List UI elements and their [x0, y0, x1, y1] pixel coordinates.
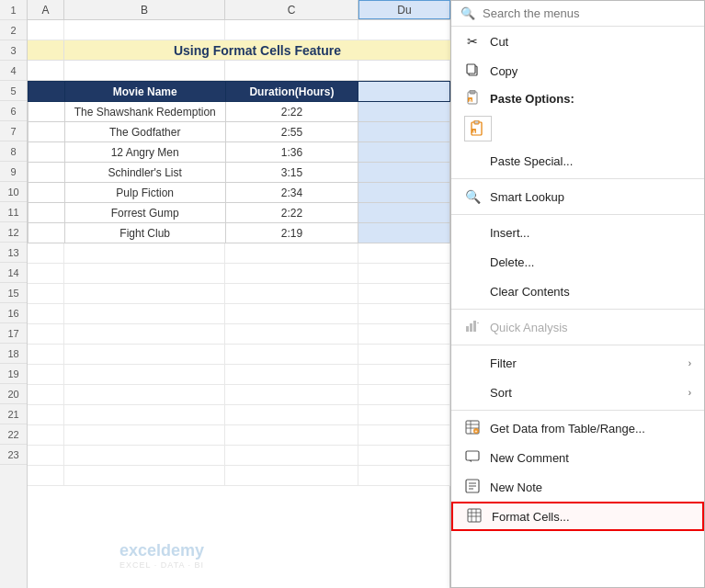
- td-rownum: [28, 183, 65, 203]
- td-duration: 2:34: [225, 183, 358, 203]
- row-num-16: 16: [0, 303, 27, 323]
- blank-row: [28, 284, 450, 304]
- td-rownum: [28, 163, 65, 183]
- td-d: [358, 223, 450, 243]
- td-d: [358, 183, 450, 203]
- blank-row: [28, 345, 450, 365]
- menu-item-filter[interactable]: Filter ›: [451, 348, 704, 378]
- blank-row: [28, 405, 450, 425]
- menu-item-smart-lookup[interactable]: 🔍 Smart Lookup: [451, 182, 704, 211]
- row-num-20: 20: [0, 384, 27, 404]
- table-row: 12 Angry Men 1:36: [28, 142, 450, 163]
- td-d: [358, 122, 450, 142]
- td-rownum: [28, 102, 65, 122]
- sort-label: Sort: [490, 386, 679, 400]
- menu-item-quick-analysis: Quick Analysis: [451, 312, 704, 342]
- new-note-label: New Note: [490, 481, 691, 494]
- row-num-1: 1: [0, 0, 27, 20]
- row-num-23: 23: [0, 445, 27, 465]
- menu-item-paste-special[interactable]: Paste Special...: [451, 146, 704, 175]
- paste-special-label: Paste Special...: [490, 154, 691, 168]
- table-row: Fight Club 2:19: [28, 223, 450, 243]
- row-num-11: 11: [0, 202, 27, 222]
- menu-item-clear-contents[interactable]: Clear Contents: [451, 277, 704, 306]
- search-icon: 🔍: [461, 6, 475, 20]
- search-input[interactable]: [483, 6, 666, 20]
- td-duration: 2:19: [225, 223, 358, 243]
- th-a: [28, 82, 65, 102]
- row-num-10: 10: [0, 182, 27, 202]
- insert-label: Insert...: [490, 226, 691, 240]
- row-num-17: 17: [0, 323, 27, 344]
- cut-label: Cut: [490, 35, 691, 49]
- blank-row: [28, 324, 450, 345]
- divider-5: [451, 410, 704, 411]
- row-num-14: 14: [0, 263, 27, 283]
- search-box[interactable]: 🔍: [451, 1, 704, 27]
- quick-analysis-label: Quick Analysis: [490, 321, 691, 334]
- svg-text:A: A: [472, 130, 477, 135]
- blank-row: [28, 264, 450, 284]
- menu-item-new-comment[interactable]: New Comment: [451, 443, 704, 472]
- td-movie: 12 Angry Men: [64, 142, 225, 163]
- blank-row: [28, 385, 450, 405]
- svg-rect-20: [466, 451, 479, 460]
- format-cells-label: Format Cells...: [492, 510, 689, 524]
- td-duration: 2:22: [225, 102, 358, 122]
- get-data-icon: +: [464, 420, 481, 437]
- menu-item-cut[interactable]: ✂ Cut: [451, 27, 704, 56]
- menu-item-sort[interactable]: Sort ›: [451, 378, 704, 407]
- svg-rect-11: [470, 323, 472, 332]
- table-row: The Godfather 2:55: [28, 122, 450, 142]
- row-num-2: 2: [0, 20, 27, 40]
- context-menu: 🔍 ✂ Cut Copy A Paste Options:: [450, 0, 705, 588]
- col-header-d: Du: [358, 0, 450, 19]
- row-num-19: 19: [0, 364, 27, 384]
- td-rownum: [28, 142, 65, 163]
- menu-item-insert[interactable]: Insert...: [451, 218, 704, 247]
- delete-label: Delete...: [490, 255, 691, 269]
- svg-rect-10: [466, 326, 469, 332]
- th-duration: Duration(Hours): [225, 82, 358, 102]
- paste-options-label: Paste Options:: [490, 92, 691, 106]
- watermark-logo: exceldemy: [119, 541, 204, 560]
- menu-item-copy[interactable]: Copy: [451, 56, 704, 85]
- format-cells-icon: [466, 508, 483, 526]
- column-headers: A B C Du: [28, 0, 450, 20]
- td-d: [358, 142, 450, 163]
- td-rownum: [28, 122, 65, 142]
- sort-arrow: ›: [688, 388, 691, 398]
- blank-row-1: [28, 20, 450, 40]
- row-num-15: 15: [0, 283, 27, 303]
- table-row: The Shawshank Redemption 2:22: [28, 102, 450, 122]
- menu-item-format-cells[interactable]: Format Cells...: [451, 502, 704, 531]
- td-d: [358, 163, 450, 183]
- smart-lookup-label: Smart Lookup: [490, 190, 691, 204]
- new-comment-icon: [464, 449, 481, 467]
- menu-item-new-note[interactable]: New Note: [451, 472, 704, 502]
- quick-analysis-icon: [464, 319, 481, 336]
- divider-2: [451, 214, 704, 215]
- td-movie: Schindler's List: [64, 163, 225, 183]
- table-row: Pulp Fiction 2:34: [28, 183, 450, 203]
- copy-icon: [464, 63, 481, 79]
- menu-item-get-data[interactable]: + Get Data from Table/Range...: [451, 413, 704, 443]
- title-row: Using Format Cells Feature: [28, 40, 450, 61]
- td-movie: Forrest Gump: [64, 203, 225, 223]
- table-row: Schindler's List 3:15: [28, 163, 450, 183]
- row-num-3: 3: [0, 40, 27, 61]
- divider-3: [451, 309, 704, 310]
- paste-btn-a[interactable]: A: [464, 116, 492, 141]
- row-num-21: 21: [0, 404, 27, 424]
- row-num-4: 4: [0, 61, 27, 81]
- td-rownum: [28, 203, 65, 223]
- paste-icon: A: [464, 90, 481, 107]
- table-row: Forrest Gump 2:22: [28, 203, 450, 223]
- blank-row: [28, 304, 450, 324]
- row-num-12: 12: [0, 222, 27, 243]
- row-num-7: 7: [0, 121, 27, 141]
- menu-item-delete[interactable]: Delete...: [451, 247, 704, 277]
- divider-4: [451, 345, 704, 345]
- row-num-8: 8: [0, 141, 27, 162]
- svg-rect-12: [473, 321, 476, 332]
